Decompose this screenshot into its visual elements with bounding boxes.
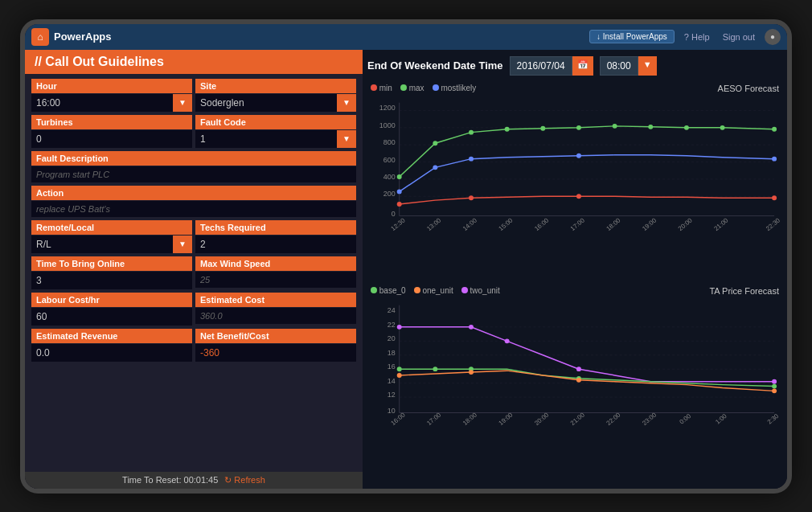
svg-point-32 [469, 195, 474, 200]
hour-value[interactable]: 16:00 [31, 94, 173, 112]
form-area: Hour 16:00 ▼ Site Soderglen ▼ [25, 74, 363, 367]
ta-chart-container: base_0 one_unit two_unit TA Pric [367, 285, 782, 484]
avatar: ● [765, 29, 781, 45]
svg-point-19 [540, 125, 545, 130]
time-online-value[interactable]: 3 [31, 272, 192, 289]
signout-button[interactable]: Sign out [720, 31, 758, 43]
site-dropdown-arrow[interactable]: ▼ [337, 94, 356, 112]
svg-text:400: 400 [383, 172, 396, 180]
refresh-button[interactable]: ↻ Refresh [224, 475, 265, 485]
remote-local-value[interactable]: R/L [31, 236, 173, 253]
hour-input-container: 16:00 ▼ [31, 94, 192, 112]
ta-chart: 10 12 14 16 18 20 22 24 [367, 297, 782, 426]
est-revenue-label: Estimated Revenue [31, 329, 192, 343]
svg-point-25 [772, 126, 777, 131]
time-arrow-button[interactable]: ▼ [638, 56, 657, 76]
help-button[interactable]: ? Help [681, 31, 713, 43]
aeso-chart-container: min max mostlikely AESO Forecast [367, 82, 782, 281]
svg-point-28 [469, 156, 474, 161]
max-label: max [409, 84, 424, 92]
max-wind-value[interactable]: 25 [195, 272, 356, 288]
nav-right: ↓ Install PowerApps ? Help Sign out ● [589, 29, 781, 45]
refresh-icon: ↻ [224, 475, 232, 485]
fault-desc-group: Fault Description Program start PLC [31, 151, 356, 182]
min-label: min [379, 84, 392, 92]
svg-text:14:00: 14:00 [461, 216, 479, 231]
main-content: // Call Out Guidelines Hour 16:00 ▼ Si [25, 50, 787, 489]
techs-required-value[interactable]: 2 [195, 236, 356, 253]
date-header: End Of Weekend Date Time 2016/07/04 📅 08… [367, 55, 782, 79]
svg-point-29 [576, 153, 581, 158]
svg-point-63 [469, 324, 474, 329]
remote-local-arrow[interactable]: ▼ [173, 236, 192, 253]
row-remote-techs: Remote/Local R/L ▼ Techs Required 2 [31, 220, 356, 253]
est-revenue-group: Estimated Revenue 0.0 [31, 329, 192, 362]
aeso-chart-title: AESO Forecast [715, 82, 782, 95]
fault-code-value[interactable]: 1 [195, 130, 337, 148]
svg-point-34 [772, 195, 777, 200]
svg-text:800: 800 [383, 138, 396, 146]
svg-text:600: 600 [383, 155, 396, 163]
mostlikely-dot [433, 84, 439, 91]
install-button[interactable]: ↓ Install PowerApps [589, 30, 675, 43]
svg-text:1200: 1200 [379, 104, 396, 112]
row-hour-site: Hour 16:00 ▼ Site Soderglen ▼ [31, 79, 356, 112]
ta-chart-title: TA Price Forecast [706, 285, 782, 297]
fault-code-arrow[interactable]: ▼ [337, 130, 356, 148]
svg-text:18:00: 18:00 [605, 216, 622, 231]
svg-point-15 [397, 174, 402, 179]
svg-text:22:30: 22:30 [765, 216, 782, 231]
svg-text:20:00: 20:00 [533, 411, 551, 426]
net-benefit-label: Net Benefit/Cost [195, 329, 356, 343]
svg-text:12: 12 [388, 391, 396, 399]
one-unit-label: one_unit [422, 286, 453, 295]
svg-point-62 [397, 324, 402, 329]
legend-mostlikely: mostlikely [433, 84, 477, 92]
svg-text:23:00: 23:00 [641, 411, 658, 426]
svg-point-71 [772, 383, 777, 388]
date-input[interactable]: 2016/07/04 [510, 56, 572, 76]
site-value[interactable]: Soderglen [195, 94, 337, 112]
labour-cost-group: Labour Cost/hr 60 [31, 293, 192, 326]
remote-local-group: Remote/Local R/L ▼ [31, 220, 192, 253]
hour-dropdown-arrow[interactable]: ▼ [173, 94, 192, 112]
screen: ⌂ PowerApps ↓ Install PowerApps ? Help S… [25, 24, 787, 489]
date-header-label: End Of Weekend Date Time [367, 59, 503, 72]
svg-text:13:00: 13:00 [425, 216, 443, 231]
svg-text:18:00: 18:00 [461, 411, 479, 426]
turbines-value[interactable]: 0 [31, 130, 192, 148]
est-cost-value[interactable]: 360.0 [195, 308, 356, 324]
svg-text:1:00: 1:00 [714, 412, 728, 425]
svg-point-33 [576, 194, 581, 199]
est-revenue-value[interactable]: 0.0 [31, 344, 192, 362]
svg-point-64 [505, 338, 510, 343]
est-cost-group: Estimated Cost 360.0 [195, 293, 356, 326]
max-wind-label: Max Wind Speed [195, 256, 356, 271]
two-unit-label: two_unit [470, 286, 500, 295]
aeso-chart: 0 200 400 600 800 1000 1200 [367, 95, 782, 231]
svg-point-21 [613, 123, 617, 128]
net-benefit-value[interactable]: -360 [195, 344, 356, 362]
svg-text:20:00: 20:00 [677, 216, 695, 231]
turbines-label: Turbines [31, 115, 192, 129]
action-value[interactable]: replace UPS Batt's [31, 201, 356, 217]
fault-code-group: Fault Code 1 ▼ [195, 115, 356, 148]
mostlikely-label: mostlikely [441, 84, 476, 92]
calendar-button[interactable]: 📅 [572, 56, 593, 76]
techs-required-label: Techs Required [195, 220, 356, 235]
labour-cost-value[interactable]: 60 [31, 308, 192, 326]
est-cost-label: Estimated Cost [195, 293, 356, 307]
time-input[interactable]: 08:00 [600, 56, 638, 76]
svg-point-23 [684, 125, 689, 129]
time-online-label: Time To Bring Online [31, 256, 192, 271]
time-online-group: Time To Bring Online 3 [31, 256, 192, 289]
svg-text:1000: 1000 [379, 121, 396, 129]
home-button[interactable]: ⌂ [31, 28, 49, 46]
site-group: Site Soderglen ▼ [195, 79, 356, 112]
svg-point-24 [720, 125, 725, 129]
legend-two-unit: two_unit [461, 286, 500, 295]
two-unit-dot [461, 287, 468, 293]
svg-point-26 [397, 189, 402, 194]
fault-desc-value[interactable]: Program start PLC [31, 166, 356, 182]
base0-dot [371, 287, 377, 293]
